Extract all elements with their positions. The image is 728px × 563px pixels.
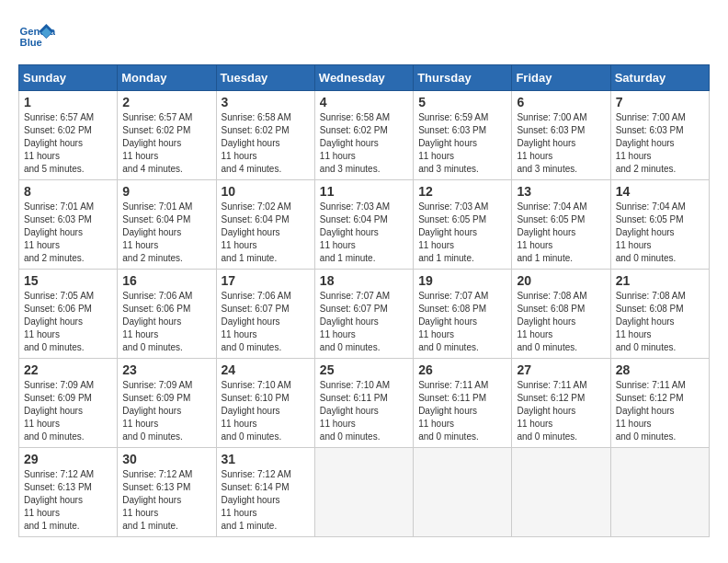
cell-details: Sunrise: 7:08 AMSunset: 6:08 PMDaylight … (616, 290, 704, 354)
calendar-week-row: 8Sunrise: 7:01 AMSunset: 6:03 PMDaylight… (19, 180, 710, 270)
day-number: 27 (517, 362, 605, 377)
day-number: 3 (222, 95, 310, 109)
day-number: 4 (320, 95, 408, 109)
column-header-monday: Monday (118, 65, 216, 91)
cell-details: Sunrise: 7:12 AMSunset: 6:14 PMDaylight … (222, 468, 310, 533)
calendar-cell (610, 448, 709, 537)
day-number: 8 (24, 184, 112, 199)
day-number: 15 (24, 273, 112, 288)
calendar-cell: 8Sunrise: 7:01 AMSunset: 6:03 PMDaylight… (19, 180, 118, 270)
day-number: 23 (122, 362, 210, 377)
day-number: 5 (418, 95, 506, 109)
cell-details: Sunrise: 7:07 AMSunset: 6:08 PMDaylight … (418, 290, 506, 354)
calendar-cell: 25Sunrise: 7:10 AMSunset: 6:11 PMDayligh… (314, 359, 413, 448)
day-number: 11 (320, 184, 408, 199)
cell-details: Sunrise: 7:09 AMSunset: 6:09 PMDaylight … (122, 379, 210, 443)
cell-details: Sunrise: 7:04 AMSunset: 6:05 PMDaylight … (616, 201, 704, 265)
column-header-saturday: Saturday (610, 65, 709, 91)
day-number: 6 (517, 95, 605, 109)
cell-details: Sunrise: 7:08 AMSunset: 6:08 PMDaylight … (517, 290, 605, 354)
day-number: 10 (222, 184, 310, 199)
cell-details: Sunrise: 7:01 AMSunset: 6:03 PMDaylight … (24, 201, 112, 265)
calendar-cell: 21Sunrise: 7:08 AMSunset: 6:08 PMDayligh… (610, 270, 709, 359)
calendar-week-row: 22Sunrise: 7:09 AMSunset: 6:09 PMDayligh… (19, 359, 710, 448)
calendar-cell (314, 448, 413, 537)
day-number: 14 (616, 184, 704, 199)
svg-text:Blue: Blue (20, 37, 42, 48)
cell-details: Sunrise: 7:03 AMSunset: 6:04 PMDaylight … (320, 201, 408, 265)
column-header-thursday: Thursday (414, 65, 512, 91)
cell-details: Sunrise: 6:58 AMSunset: 6:02 PMDaylight … (222, 111, 310, 176)
day-number: 9 (122, 184, 210, 199)
calendar-cell: 11Sunrise: 7:03 AMSunset: 6:04 PMDayligh… (314, 180, 413, 270)
cell-details: Sunrise: 7:02 AMSunset: 6:04 PMDaylight … (222, 201, 310, 265)
cell-details: Sunrise: 7:11 AMSunset: 6:11 PMDaylight … (418, 379, 506, 443)
cell-details: Sunrise: 7:00 AMSunset: 6:03 PMDaylight … (517, 111, 605, 176)
day-number: 1 (24, 95, 112, 109)
day-number: 17 (222, 273, 310, 288)
day-number: 30 (122, 452, 210, 466)
calendar-cell: 28Sunrise: 7:11 AMSunset: 6:12 PMDayligh… (610, 359, 709, 448)
day-number: 28 (616, 362, 704, 377)
calendar-cell: 16Sunrise: 7:06 AMSunset: 6:06 PMDayligh… (118, 270, 216, 359)
calendar-cell: 29Sunrise: 7:12 AMSunset: 6:13 PMDayligh… (19, 448, 118, 537)
column-header-wednesday: Wednesday (314, 65, 413, 91)
cell-details: Sunrise: 7:12 AMSunset: 6:13 PMDaylight … (24, 468, 112, 533)
day-number: 12 (418, 184, 506, 199)
page-header: General Blue (18, 18, 710, 55)
calendar-cell: 24Sunrise: 7:10 AMSunset: 6:10 PMDayligh… (216, 359, 314, 448)
day-number: 18 (320, 273, 408, 288)
cell-details: Sunrise: 7:00 AMSunset: 6:03 PMDaylight … (616, 111, 704, 176)
calendar-cell: 12Sunrise: 7:03 AMSunset: 6:05 PMDayligh… (414, 180, 512, 270)
logo: General Blue (18, 18, 59, 55)
calendar-cell: 1Sunrise: 6:57 AMSunset: 6:02 PMDaylight… (19, 91, 118, 180)
day-number: 2 (122, 95, 210, 109)
day-number: 16 (122, 273, 210, 288)
calendar-week-row: 29Sunrise: 7:12 AMSunset: 6:13 PMDayligh… (19, 448, 710, 537)
cell-details: Sunrise: 6:58 AMSunset: 6:02 PMDaylight … (320, 111, 408, 176)
column-header-sunday: Sunday (19, 65, 118, 91)
cell-details: Sunrise: 7:06 AMSunset: 6:07 PMDaylight … (222, 290, 310, 354)
day-number: 20 (517, 273, 605, 288)
cell-details: Sunrise: 7:06 AMSunset: 6:06 PMDaylight … (122, 290, 210, 354)
day-number: 13 (517, 184, 605, 199)
cell-details: Sunrise: 7:11 AMSunset: 6:12 PMDaylight … (616, 379, 704, 443)
calendar-cell: 5Sunrise: 6:59 AMSunset: 6:03 PMDaylight… (414, 91, 512, 180)
calendar-week-row: 1Sunrise: 6:57 AMSunset: 6:02 PMDaylight… (19, 91, 710, 180)
calendar-cell: 27Sunrise: 7:11 AMSunset: 6:12 PMDayligh… (512, 359, 610, 448)
day-number: 25 (320, 362, 408, 377)
cell-details: Sunrise: 6:59 AMSunset: 6:03 PMDaylight … (418, 111, 506, 176)
cell-details: Sunrise: 6:57 AMSunset: 6:02 PMDaylight … (24, 111, 112, 176)
cell-details: Sunrise: 7:09 AMSunset: 6:09 PMDaylight … (24, 379, 112, 443)
calendar-cell: 14Sunrise: 7:04 AMSunset: 6:05 PMDayligh… (610, 180, 709, 270)
cell-details: Sunrise: 7:01 AMSunset: 6:04 PMDaylight … (122, 201, 210, 265)
calendar-cell: 4Sunrise: 6:58 AMSunset: 6:02 PMDaylight… (314, 91, 413, 180)
day-number: 21 (616, 273, 704, 288)
calendar-cell: 10Sunrise: 7:02 AMSunset: 6:04 PMDayligh… (216, 180, 314, 270)
day-number: 29 (24, 452, 112, 466)
cell-details: Sunrise: 7:12 AMSunset: 6:13 PMDaylight … (122, 468, 210, 533)
day-number: 26 (418, 362, 506, 377)
calendar-cell: 26Sunrise: 7:11 AMSunset: 6:11 PMDayligh… (414, 359, 512, 448)
calendar-header-row: SundayMondayTuesdayWednesdayThursdayFrid… (19, 65, 710, 91)
calendar-cell: 3Sunrise: 6:58 AMSunset: 6:02 PMDaylight… (216, 91, 314, 180)
cell-details: Sunrise: 7:07 AMSunset: 6:07 PMDaylight … (320, 290, 408, 354)
day-number: 24 (222, 362, 310, 377)
calendar-cell: 2Sunrise: 6:57 AMSunset: 6:02 PMDaylight… (118, 91, 216, 180)
calendar-cell (512, 448, 610, 537)
cell-details: Sunrise: 7:03 AMSunset: 6:05 PMDaylight … (418, 201, 506, 265)
day-number: 19 (418, 273, 506, 288)
calendar-cell (414, 448, 512, 537)
calendar-cell: 13Sunrise: 7:04 AMSunset: 6:05 PMDayligh… (512, 180, 610, 270)
calendar-cell: 30Sunrise: 7:12 AMSunset: 6:13 PMDayligh… (118, 448, 216, 537)
column-header-friday: Friday (512, 65, 610, 91)
day-number: 7 (616, 95, 704, 109)
calendar-cell: 19Sunrise: 7:07 AMSunset: 6:08 PMDayligh… (414, 270, 512, 359)
day-number: 22 (24, 362, 112, 377)
cell-details: Sunrise: 6:57 AMSunset: 6:02 PMDaylight … (122, 111, 210, 176)
column-header-tuesday: Tuesday (216, 65, 314, 91)
calendar-table: SundayMondayTuesdayWednesdayThursdayFrid… (18, 64, 710, 537)
cell-details: Sunrise: 7:10 AMSunset: 6:10 PMDaylight … (222, 379, 310, 443)
calendar-cell: 7Sunrise: 7:00 AMSunset: 6:03 PMDaylight… (610, 91, 709, 180)
cell-details: Sunrise: 7:10 AMSunset: 6:11 PMDaylight … (320, 379, 408, 443)
